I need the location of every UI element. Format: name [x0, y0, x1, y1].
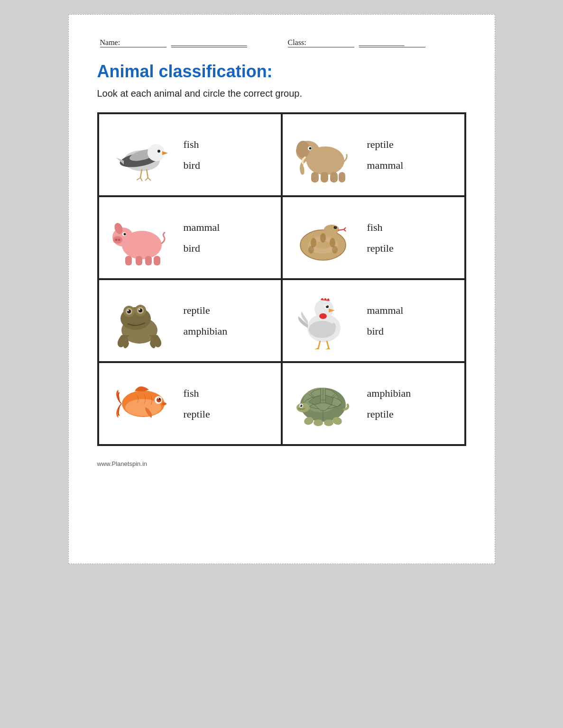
- svg-point-5: [157, 150, 160, 153]
- svg-point-39: [330, 238, 335, 247]
- svg-point-64: [324, 321, 329, 328]
- chicken-image: [292, 290, 354, 352]
- cell-seagull: fish bird: [98, 113, 282, 196]
- cell-elephant: reptile mammal: [282, 113, 465, 196]
- svg-point-91: [300, 405, 301, 406]
- elephant-option-2: mammal: [367, 159, 404, 172]
- svg-point-3: [148, 144, 165, 161]
- svg-line-66: [318, 341, 320, 348]
- cell-goldfish: fish reptile: [98, 362, 282, 445]
- svg-point-44: [335, 227, 336, 228]
- frog-option-1: reptile: [184, 304, 210, 317]
- svg-point-65: [331, 323, 336, 330]
- svg-point-56: [309, 321, 335, 338]
- svg-point-38: [320, 233, 326, 243]
- chicken-option-1: mammal: [367, 304, 404, 317]
- svg-point-58: [319, 313, 327, 319]
- svg-point-15: [296, 141, 310, 158]
- svg-point-88: [296, 403, 310, 412]
- svg-rect-21: [339, 172, 345, 182]
- svg-rect-31: [136, 256, 142, 265]
- tortoise-image: [292, 373, 354, 435]
- goldfish-options: fish reptile: [175, 387, 210, 420]
- svg-point-40: [308, 246, 314, 254]
- snake-option-1: fish: [367, 221, 383, 234]
- frog-option-2: amphibian: [184, 325, 228, 337]
- svg-point-25: [113, 236, 122, 244]
- svg-point-78: [162, 402, 166, 405]
- svg-line-9: [137, 178, 140, 180]
- goldfish-option-2: reptile: [184, 408, 210, 420]
- header-row: Name: ____________________ Class: ______…: [97, 38, 466, 47]
- elephant-image: [292, 124, 354, 186]
- goldfish-option-1: fish: [184, 387, 199, 400]
- cell-snake: fish reptile: [282, 196, 465, 279]
- svg-line-71: [329, 348, 332, 349]
- page-title: Animal classification:: [97, 62, 466, 82]
- cell-chicken: mammal bird: [282, 279, 465, 362]
- frog-options: reptile amphibian: [175, 304, 228, 337]
- cell-pig: mammal bird: [98, 196, 282, 279]
- chicken-option-2: bird: [367, 325, 384, 337]
- svg-line-69: [318, 348, 319, 349]
- snake-image: [292, 207, 354, 269]
- seagull-image: [109, 124, 170, 186]
- class-label: Class:: [288, 38, 354, 47]
- frog-image: [109, 290, 170, 352]
- svg-point-43: [333, 226, 337, 229]
- name-line: ____________________: [171, 38, 247, 47]
- svg-point-77: [158, 398, 159, 399]
- svg-point-41: [332, 246, 338, 254]
- svg-rect-32: [145, 256, 152, 265]
- svg-point-26: [115, 238, 117, 241]
- svg-line-10: [140, 178, 142, 181]
- cell-frog: reptile amphibian: [98, 279, 282, 362]
- svg-point-61: [326, 305, 329, 308]
- seagull-options: fish bird: [175, 138, 200, 172]
- svg-point-93: [314, 419, 323, 426]
- instruction-text: Look at each animal and circle the corre…: [97, 88, 466, 99]
- svg-marker-6: [116, 157, 124, 164]
- svg-line-11: [145, 178, 148, 181]
- svg-marker-4: [162, 151, 168, 155]
- svg-point-42: [324, 225, 339, 234]
- svg-point-29: [123, 233, 126, 235]
- seagull-option-2: bird: [184, 159, 200, 172]
- svg-point-27: [118, 238, 120, 241]
- svg-point-63: [315, 322, 321, 329]
- pig-option-2: bird: [184, 242, 200, 255]
- name-field: Name: ____________________: [97, 38, 247, 47]
- footer-url: www.Planetspin.in: [97, 460, 466, 467]
- svg-rect-33: [154, 256, 160, 265]
- svg-rect-18: [311, 172, 319, 182]
- svg-rect-30: [125, 256, 132, 265]
- elephant-option-1: reptile: [367, 138, 394, 151]
- svg-line-12: [148, 178, 151, 181]
- svg-point-90: [300, 404, 302, 407]
- svg-line-68: [314, 348, 318, 349]
- pig-image: [109, 207, 170, 269]
- svg-rect-19: [321, 172, 328, 182]
- tortoise-option-2: reptile: [367, 408, 394, 420]
- seagull-option-1: fish: [184, 138, 199, 151]
- pig-options: mammal bird: [175, 221, 220, 255]
- svg-point-94: [324, 419, 333, 426]
- worksheet-page: Name: ____________________ Class: ______…: [68, 14, 495, 564]
- class-field: Class: ____________: [285, 38, 425, 47]
- animal-grid: fish bird: [97, 112, 466, 446]
- elephant-options: reptile mammal: [359, 138, 404, 172]
- svg-point-62: [326, 305, 327, 306]
- chicken-options: mammal bird: [359, 304, 404, 337]
- pig-option-1: mammal: [184, 221, 220, 234]
- svg-line-67: [327, 341, 329, 348]
- svg-line-70: [325, 348, 329, 349]
- svg-rect-20: [330, 172, 338, 182]
- snake-option-2: reptile: [367, 242, 394, 255]
- goldfish-image: [109, 373, 170, 435]
- svg-point-37: [311, 238, 316, 247]
- svg-point-53: [127, 309, 129, 311]
- tortoise-option-1: amphibian: [367, 387, 411, 400]
- svg-point-17: [309, 147, 311, 149]
- tortoise-options: amphibian reptile: [359, 387, 411, 420]
- cell-tortoise: amphibian reptile: [282, 362, 465, 445]
